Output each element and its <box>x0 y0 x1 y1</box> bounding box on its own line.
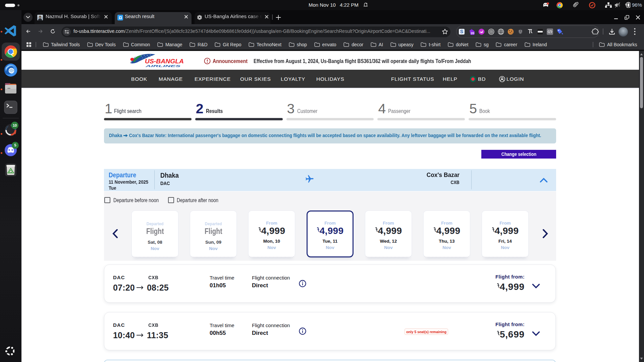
svg-text:20: 20 <box>471 31 474 35</box>
svg-text:AIRLINES: AIRLINES <box>145 64 181 68</box>
